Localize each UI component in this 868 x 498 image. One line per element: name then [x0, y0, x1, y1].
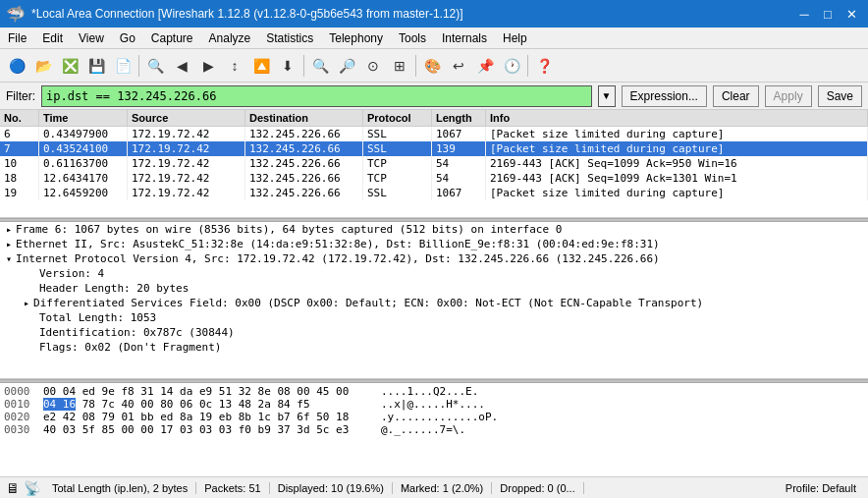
packet-cell-info: 2169-443 [ACK] Seq=1099 Ack=950 Win=16 [486, 156, 868, 171]
packet-row[interactable]: 1812.6434170172.19.72.42132.245.226.66TC… [0, 171, 868, 186]
detail-expand-icon[interactable]: ▸ [6, 224, 12, 235]
save-as-button[interactable]: 📄 [110, 53, 136, 79]
menu-item-file[interactable]: File [0, 29, 34, 47]
app-icon: 🦈 [6, 5, 26, 24]
detail-text: Differentiated Services Field: 0x00 (DSC… [33, 297, 862, 309]
time-reference-button[interactable]: 🕐 [499, 53, 524, 79]
packet-row[interactable]: 100.61163700172.19.72.42132.245.226.66TC… [0, 156, 868, 171]
packet-header-destination: Destination [245, 110, 363, 126]
detail-text: Flags: 0x02 (Don't Fragment) [39, 341, 862, 354]
hex-bytes: e2 42 08 79 01 bb ed 8a 19 eb 8b 1c b7 6… [43, 411, 377, 423]
packet-row[interactable]: 60.43497900172.19.72.42132.245.226.66SSL… [0, 127, 868, 141]
packet-cell-time: 0.43497900 [39, 127, 128, 141]
resize-columns-button[interactable]: ⊞ [387, 53, 412, 79]
detail-row[interactable]: Identification: 0x787c (30844) [0, 325, 868, 340]
detail-row[interactable]: Flags: 0x02 (Don't Fragment) [0, 340, 868, 355]
menu-item-view[interactable]: View [71, 29, 112, 47]
title-bar: 🦈 *Local Area Connection [Wireshark 1.12… [0, 0, 868, 28]
hex-offset: 0020 [4, 411, 39, 423]
status-packets: Packets: 51 [196, 482, 269, 494]
detail-text: Frame 6: 1067 bytes on wire (8536 bits),… [16, 223, 862, 236]
menu-item-analyze[interactable]: Analyze [201, 29, 259, 47]
packet-cell-protocol: SSL [363, 186, 432, 200]
hex-row: 0020e2 42 08 79 01 bb ed 8a 19 eb 8b 1c … [4, 411, 864, 423]
save-button[interactable]: 💾 [83, 53, 109, 79]
find-button[interactable]: 🔍 [142, 53, 168, 79]
detail-row[interactable]: Total Length: 1053 [0, 310, 868, 325]
detail-row[interactable]: ▸Frame 6: 1067 bytes on wire (8536 bits)… [0, 222, 868, 237]
colorize-button[interactable]: 🎨 [419, 53, 445, 79]
hex-ascii: ..x|@.....H*.... [381, 398, 485, 411]
menu-item-help[interactable]: Help [495, 29, 535, 47]
window-title: *Local Area Connection [Wireshark 1.12.8… [31, 7, 463, 21]
packet-cell-destination: 132.245.226.66 [245, 141, 363, 156]
status-displayed: Displayed: 10 (19.6%) [270, 482, 393, 494]
zoom-out-button[interactable]: 🔎 [334, 53, 359, 79]
menu-item-statistics[interactable]: Statistics [258, 29, 321, 47]
clear-button[interactable]: Clear [713, 85, 759, 107]
packet-header-time: Time [39, 110, 128, 126]
detail-expand-icon[interactable]: ▸ [24, 298, 29, 308]
normal-size-button[interactable]: ⊙ [360, 53, 386, 79]
close-button[interactable]: ❎ [57, 53, 82, 79]
hex-ascii: @._......7=\. [381, 423, 465, 436]
packet-cell-destination: 132.245.226.66 [245, 156, 363, 171]
menu-item-tools[interactable]: Tools [391, 29, 434, 47]
filter-bar: Filter: ▼ Expression... Clear Apply Save [0, 83, 868, 110]
title-bar-left: 🦈 *Local Area Connection [Wireshark 1.12… [6, 5, 463, 24]
packet-cell-no: 18 [0, 171, 39, 186]
maximize-button[interactable]: □ [817, 5, 839, 23]
packet-cell-source: 172.19.72.42 [128, 141, 245, 156]
mark-button[interactable]: 📌 [472, 53, 498, 79]
detail-text: Header Length: 20 bytes [39, 282, 862, 295]
detail-row[interactable]: ▸Differentiated Services Field: 0x00 (DS… [0, 296, 868, 310]
help-button[interactable]: ❓ [531, 53, 557, 79]
close-button[interactable]: ✕ [841, 5, 862, 23]
packet-cell-no: 7 [0, 141, 39, 156]
detail-row[interactable]: ▸Ethernet II, Src: AsustekC_51:32:8e (14… [0, 237, 868, 251]
detail-expand-icon[interactable]: ▸ [6, 239, 12, 249]
packet-cell-length: 54 [432, 156, 486, 171]
auto-scroll-button[interactable]: ↩ [446, 53, 471, 79]
packet-cell-protocol: SSL [363, 127, 432, 141]
packet-cell-info: [Packet size limited during capture] [486, 186, 868, 200]
menu-item-telephony[interactable]: Telephony [321, 29, 391, 47]
packet-row[interactable]: 1912.6459200172.19.72.42132.245.226.66SS… [0, 186, 868, 200]
toolbar-sep1 [138, 55, 139, 77]
menu-item-internals[interactable]: Internals [434, 29, 495, 47]
toolbar: 🔵 📂 ❎ 💾 📄 🔍 ◀ ▶ ↕ 🔼 ⬇ 🔍 🔎 ⊙ ⊞ 🎨 ↩ 📌 🕐 ❓ [0, 49, 868, 83]
status-icon-capture: 📡 [24, 480, 40, 496]
detail-row[interactable]: Version: 4 [0, 266, 868, 281]
minimize-button[interactable]: ─ [793, 5, 815, 23]
expression-button[interactable]: Expression... [622, 85, 707, 107]
forward-button[interactable]: ▶ [195, 53, 221, 79]
packet-cell-protocol: TCP [363, 171, 432, 186]
hex-offset: 0000 [4, 385, 39, 398]
new-capture-button[interactable]: 🔵 [4, 53, 29, 79]
filter-dropdown-button[interactable]: ▼ [598, 85, 616, 107]
menu-item-capture[interactable]: Capture [143, 29, 201, 47]
packet-details[interactable]: ▸Frame 6: 1067 bytes on wire (8536 bits)… [0, 222, 868, 379]
menu-item-edit[interactable]: Edit [34, 29, 71, 47]
detail-expand-icon[interactable]: ▾ [6, 253, 12, 264]
filter-input[interactable] [41, 85, 592, 107]
open-button[interactable]: 📂 [30, 53, 56, 79]
detail-row[interactable]: Header Length: 20 bytes [0, 281, 868, 296]
packet-rows-area[interactable]: 60.43497900172.19.72.42132.245.226.66SSL… [0, 127, 868, 217]
zoom-in-button[interactable]: 🔍 [307, 53, 333, 79]
apply-button[interactable]: Apply [765, 85, 812, 107]
go-to-button[interactable]: ↕ [222, 53, 247, 79]
packet-row[interactable]: 70.43524100172.19.72.42132.245.226.66SSL… [0, 141, 868, 156]
menu-item-go[interactable]: Go [112, 29, 143, 47]
hex-ascii: ....1...Q2...E. [381, 385, 478, 398]
save-filter-button[interactable]: Save [818, 85, 862, 107]
packet-cell-info: [Packet size limited during capture] [486, 127, 868, 141]
hex-row: 000000 04 ed 9e f8 31 14 da e9 51 32 8e … [4, 385, 864, 398]
packet-cell-info: 2169-443 [ACK] Seq=1099 Ack=1301 Win=1 [486, 171, 868, 186]
capture-start-button[interactable]: 🔼 [248, 53, 274, 79]
back-button[interactable]: ◀ [169, 53, 194, 79]
hex-dump[interactable]: 000000 04 ed 9e f8 31 14 da e9 51 32 8e … [0, 383, 868, 476]
packet-cell-source: 172.19.72.42 [128, 127, 245, 141]
detail-row[interactable]: ▾Internet Protocol Version 4, Src: 172.1… [0, 251, 868, 266]
capture-stop-button[interactable]: ⬇ [275, 53, 300, 79]
